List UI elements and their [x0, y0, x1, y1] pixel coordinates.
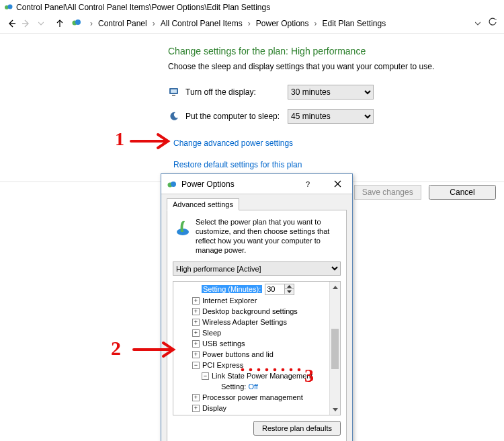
power-plan-icon: [173, 217, 196, 255]
tabstrip: Advanced settings: [167, 198, 347, 210]
forward-button[interactable]: [19, 16, 34, 31]
expand-icon[interactable]: +: [192, 394, 200, 401]
expand-icon[interactable]: +: [192, 297, 200, 305]
breadcrumb-item[interactable]: Power Options: [255, 17, 310, 30]
tab-advanced-settings[interactable]: Advanced settings: [167, 198, 239, 210]
power-options-icon: [4, 2, 13, 13]
power-options-icon: [167, 179, 177, 190]
scroll-thumb[interactable]: [331, 329, 339, 369]
address-dropdown-button[interactable]: [470, 16, 485, 31]
sleep-icon: [168, 111, 180, 122]
breadcrumb-item[interactable]: Control Panel: [97, 17, 149, 30]
help-button[interactable]: ?: [293, 174, 323, 194]
back-button[interactable]: [4, 16, 19, 31]
expand-icon[interactable]: +: [192, 351, 200, 358]
settings-tree[interactable]: Setting (Minutes): +Internet Explorer +D…: [173, 281, 341, 415]
scrollbar[interactable]: [329, 282, 340, 415]
setting-value[interactable]: Off: [248, 383, 257, 391]
window-title-text: Control Panel\All Control Panel Items\Po…: [16, 3, 270, 12]
svg-point-8: [171, 182, 176, 187]
svg-rect-5: [171, 89, 177, 93]
tree-node-desktop[interactable]: Desktop background settings: [202, 307, 298, 315]
up-button[interactable]: [52, 16, 67, 31]
sleep-timeout-select[interactable]: 45 minutes: [288, 109, 374, 124]
tree-node-power-buttons[interactable]: Power buttons and lid: [202, 350, 274, 358]
spinner-down-button[interactable]: [285, 289, 294, 294]
svg-point-1: [8, 4, 13, 9]
save-changes-button[interactable]: Save changes: [354, 185, 421, 200]
cancel-button[interactable]: Cancel: [429, 185, 496, 200]
collapse-icon[interactable]: −: [202, 372, 209, 380]
breadcrumb-item: Edit Plan Settings: [321, 17, 387, 30]
window-title-bar: Control Panel\All Control Panel Items\Po…: [0, 0, 504, 13]
display-timeout-label: Turn off the display:: [185, 87, 288, 97]
expand-icon[interactable]: +: [192, 340, 200, 348]
scroll-up-button[interactable]: [330, 282, 340, 292]
spinner-up-button[interactable]: [285, 284, 294, 289]
chevron-right-icon[interactable]: ›: [86, 19, 97, 28]
chevron-right-icon[interactable]: ›: [244, 19, 255, 28]
display-timeout-select[interactable]: 30 minutes: [288, 85, 374, 99]
refresh-button[interactable]: [485, 17, 500, 29]
svg-rect-6: [172, 95, 175, 96]
close-button[interactable]: [323, 174, 352, 194]
nav-bar: › Control Panel › All Control Panel Item…: [0, 13, 504, 34]
spinner-input[interactable]: [265, 284, 284, 294]
tree-node-wifi[interactable]: Wireless Adapter Settings: [202, 318, 287, 326]
tree-node-link-state[interactable]: Link State Power Management: [212, 372, 312, 380]
breadcrumb[interactable]: › Control Panel › All Control Panel Item…: [67, 15, 470, 32]
svg-point-3: [75, 19, 81, 25]
svg-text:?: ?: [306, 180, 310, 188]
power-options-icon: [71, 17, 82, 30]
spinner-label: Setting (Minutes):: [202, 285, 262, 293]
chevron-right-icon[interactable]: ›: [149, 19, 159, 28]
power-plan-select[interactable]: High performance [Active]: [173, 262, 341, 276]
tree-node-display[interactable]: Display: [202, 404, 226, 412]
svg-text:2: 2: [111, 337, 121, 359]
breadcrumb-item[interactable]: All Control Panel Items: [159, 17, 244, 30]
recent-dropdown-button[interactable]: [34, 16, 48, 31]
restore-plan-defaults-button[interactable]: Restore plan defaults: [253, 421, 341, 436]
collapse-icon[interactable]: −: [192, 362, 200, 369]
chevron-right-icon[interactable]: ›: [310, 19, 321, 28]
expand-icon[interactable]: +: [192, 319, 200, 326]
spinner-control[interactable]: [265, 284, 294, 295]
expand-icon[interactable]: +: [192, 308, 200, 315]
power-options-dialog: Power Options ? Advanced settings Select…: [161, 173, 353, 441]
display-icon: [168, 87, 180, 97]
change-advanced-link[interactable]: Change advanced power settings: [173, 138, 504, 148]
scroll-down-button[interactable]: [330, 404, 340, 415]
page-subtext: Choose the sleep and display settings th…: [168, 62, 504, 71]
tree-node-usb[interactable]: USB settings: [202, 339, 245, 348]
tree-node-cpu[interactable]: Processor power management: [202, 393, 303, 401]
sleep-timeout-label: Put the computer to sleep:: [185, 112, 288, 121]
tree-node-ie[interactable]: Internet Explorer: [202, 296, 257, 305]
tree-node-pci-express[interactable]: PCI Express: [202, 361, 243, 369]
expand-icon[interactable]: +: [192, 405, 200, 412]
dialog-intro-text: Select the power plan that you want to c…: [196, 217, 341, 255]
dialog-title: Power Options: [181, 179, 293, 189]
restore-defaults-link[interactable]: Restore default settings for this plan: [173, 160, 504, 169]
expand-icon[interactable]: +: [192, 329, 200, 337]
setting-label: Setting:: [221, 383, 246, 391]
tree-node-sleep[interactable]: Sleep: [202, 329, 221, 337]
page-heading: Change settings for the plan: High perfo…: [168, 46, 504, 56]
